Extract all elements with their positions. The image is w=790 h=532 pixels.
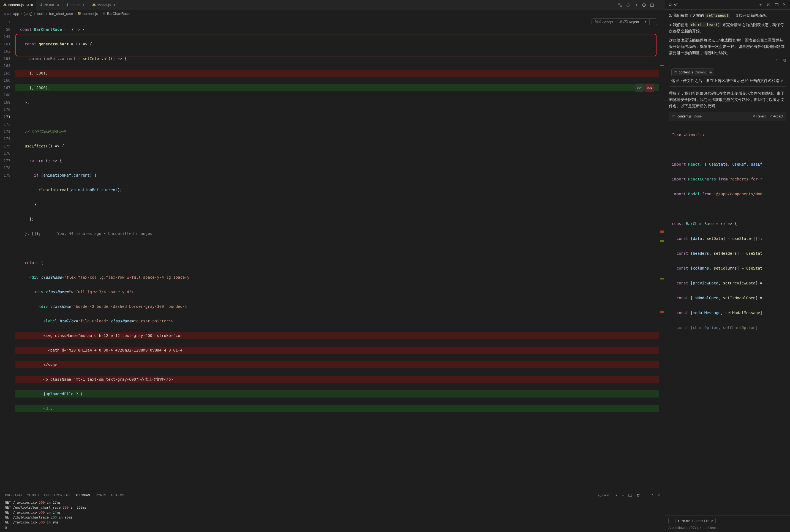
md-icon: ⬇ <box>66 3 69 7</box>
chat-message: 2. 我们移除了之前的 setTimeout ，直接开始新的动画。 <box>669 12 786 19</box>
tab-label: content.js <box>8 3 24 7</box>
add-context-icon[interactable]: ＋ <box>670 518 676 523</box>
crumb[interactable]: bar_chart_race <box>49 12 73 16</box>
clock-icon[interactable] <box>642 2 646 7</box>
terminal-line: GET /favicon.ico 500 in 9ms <box>5 520 660 525</box>
tab-label: zh.md <box>44 3 54 7</box>
reject-key-badge[interactable]: ⌘N <box>645 83 654 92</box>
context-pill[interactable]: ＋ ⬇ zh.md Current File ✕ <box>668 518 716 524</box>
user-message-box: JScontent.jsCurrent File 这里上传文件之后，要在上传区域… <box>669 66 786 87</box>
terminal-output[interactable]: GET /favicon.ico 500 in 17ms GET /en/too… <box>0 499 665 532</box>
discard-icon[interactable] <box>626 2 630 7</box>
editor-toolbar: ⋯ <box>618 2 665 7</box>
editor-pane: JS content.js M ⬇ zh.md U ⬇ en.md U JS M… <box>0 0 665 532</box>
ports-tab[interactable]: PORTS <box>96 493 106 497</box>
reject-button[interactable]: ✕ Reject <box>753 114 766 119</box>
copy-icon[interactable]: ⧉ <box>784 58 786 62</box>
modified-dot <box>31 4 33 6</box>
code-suggestion-box: JS content.js Done ✕ Reject ✓ Accept "us… <box>669 112 786 349</box>
remove-context-icon[interactable]: ✕ <box>711 519 714 523</box>
gitlens-tab[interactable]: GITLENS <box>111 493 124 497</box>
tab-status: A <box>113 3 115 6</box>
chat-msg-actions: ⬚ ⧉ <box>669 57 786 64</box>
tab-zh-md[interactable]: ⬇ zh.md U <box>36 0 62 10</box>
tab-content-js[interactable]: JS content.js M <box>0 0 36 10</box>
codebox-status: Done <box>694 114 702 119</box>
terminal-line: GET /favicon.ico 500 in 17ms <box>5 500 660 505</box>
chat-message: 3. 我们使用 chart.clear() 来完全清除之前的图表状态，确保每次都… <box>669 22 786 35</box>
run-icon[interactable] <box>634 2 638 7</box>
md-icon: ⬇ <box>40 3 43 7</box>
gutter: 750145 161162163164 165166167168 1691701… <box>0 17 15 491</box>
git-blame-hint: You, 44 minutes ago • Uncommitted change… <box>57 231 152 236</box>
terminal-line: GET /en/tools/bar_chart_race 200 in 262m… <box>5 505 660 510</box>
terminal-selector[interactable]: >_ node <box>596 493 611 497</box>
js-icon: JS <box>672 114 675 118</box>
tab-bar: JS content.js M ⬇ zh.md U ⬇ en.md U JS M… <box>0 0 665 10</box>
inline-diff-badges: ⌘Y ⌘N <box>635 83 654 92</box>
new-chat-icon[interactable]: ＋ <box>759 2 763 7</box>
debug-console-tab[interactable]: DEBUG CONSOLE <box>44 493 71 497</box>
chat-input[interactable]: Ask followup (⌘Y), ↑ to select <box>668 526 787 530</box>
codebox-filename[interactable]: content.js <box>677 114 692 119</box>
accept-button[interactable]: ✓ Accept <box>770 114 783 119</box>
chat-title: CHAT <box>669 3 678 6</box>
crumb[interactable]: tools <box>37 12 44 16</box>
maximize-icon[interactable]: ⌃ <box>651 493 654 497</box>
tab-modal-js[interactable]: JS Modal.js A <box>89 0 119 10</box>
terminal-line: GET /zh/blog/chartrace 200 in 90ms <box>5 515 660 520</box>
close-icon[interactable]: ✕ <box>783 2 786 7</box>
crumb[interactable]: content.js <box>82 12 98 16</box>
terminal-tab[interactable]: TERMINAL <box>75 493 91 497</box>
terminal-line: GET /favicon.ico 500 in 14ms <box>5 510 660 515</box>
split-terminal-icon[interactable] <box>628 493 632 497</box>
tab-label: Modal.js <box>97 3 111 7</box>
chat-body[interactable]: 2. 我们移除了之前的 setTimeout ，直接开始新的动画。 3. 我们使… <box>665 10 790 515</box>
accept-button[interactable]: ⌘⏎Accept <box>592 19 616 25</box>
chat-input-area: ＋ ⬇ zh.md Current File ✕ Ask followup (⌘… <box>665 515 790 532</box>
symbol-icon: ⊞ <box>103 12 106 16</box>
code-lines[interactable]: const BarChartRace = () => { const gener… <box>15 17 665 491</box>
more-icon[interactable]: ⋯ <box>644 493 647 497</box>
crumb[interactable]: BarChartRace <box>107 12 130 16</box>
user-message-text: 这里上传文件之后，要在上传区域中显示已经上传的文件名和路径 <box>672 78 784 84</box>
svg-point-0 <box>619 3 620 4</box>
js-icon: JS <box>3 3 6 6</box>
chat-panel: CHAT ＋ ✕ 2. 我们移除了之前的 setTimeout ，直接开始新的动… <box>665 0 790 532</box>
svg-rect-5 <box>775 4 778 6</box>
chat-header: CHAT ＋ ✕ <box>665 0 790 10</box>
md-icon: ⬇ <box>677 519 680 523</box>
output-tab[interactable]: OUTPUT <box>27 493 39 497</box>
crumb[interactable]: [lang] <box>24 12 33 16</box>
problems-tab[interactable]: PROBLEMS <box>5 493 22 497</box>
svg-point-1 <box>621 5 622 6</box>
chat-message: 理解了，我们可以修改代码以在文件上传后显示文件名和路径。由于浏览器安全限制，我们… <box>669 91 786 110</box>
more-icon[interactable]: ⋯ <box>658 3 661 7</box>
crumb[interactable]: src <box>4 12 8 16</box>
diff-action-bar: ⌘⏎Accept ⌘⌫Reject ↑ ↓ <box>591 18 657 25</box>
context-pill[interactable]: JScontent.jsCurrent File <box>672 69 714 76</box>
crumb[interactable]: app <box>13 12 19 16</box>
codebox-body[interactable]: "use client";; import React, { useState,… <box>669 121 786 349</box>
split-editor-icon[interactable] <box>650 2 654 7</box>
window-icon[interactable] <box>775 2 779 7</box>
chat-message: 这些修改应该能确保每次点击"生成图表"时，图表都会完全重置并从头开始新的动画，就… <box>669 37 786 56</box>
minimap[interactable] <box>659 17 665 491</box>
cube-icon[interactable]: ⬚ <box>776 58 779 62</box>
chevron-down-icon[interactable]: ⌄ <box>622 493 624 497</box>
close-panel-icon[interactable]: ✕ <box>657 493 660 497</box>
prev-diff-button[interactable]: ↑ <box>642 19 649 25</box>
js-icon: JS <box>78 12 81 15</box>
panel-tabs: PROBLEMS OUTPUT DEBUG CONSOLE TERMINAL P… <box>0 491 665 499</box>
reject-button[interactable]: ⌘⌫Reject <box>616 19 642 25</box>
new-terminal-icon[interactable]: ＋ <box>615 493 618 497</box>
accept-key-badge[interactable]: ⌘Y <box>635 83 644 92</box>
tab-en-md[interactable]: ⬇ en.md U <box>62 0 89 10</box>
next-diff-button[interactable]: ↓ <box>649 19 657 25</box>
history-icon[interactable] <box>767 2 771 7</box>
code-editor[interactable]: ⌘⏎Accept ⌘⌫Reject ↑ ↓ 750145 16116216316… <box>0 17 665 491</box>
breadcrumb[interactable]: src› app› [lang]› tools› bar_chart_race›… <box>0 10 665 17</box>
terminal-cursor: ▯ <box>5 525 660 530</box>
compare-changes-icon[interactable] <box>618 2 622 7</box>
trash-icon[interactable] <box>636 493 640 497</box>
